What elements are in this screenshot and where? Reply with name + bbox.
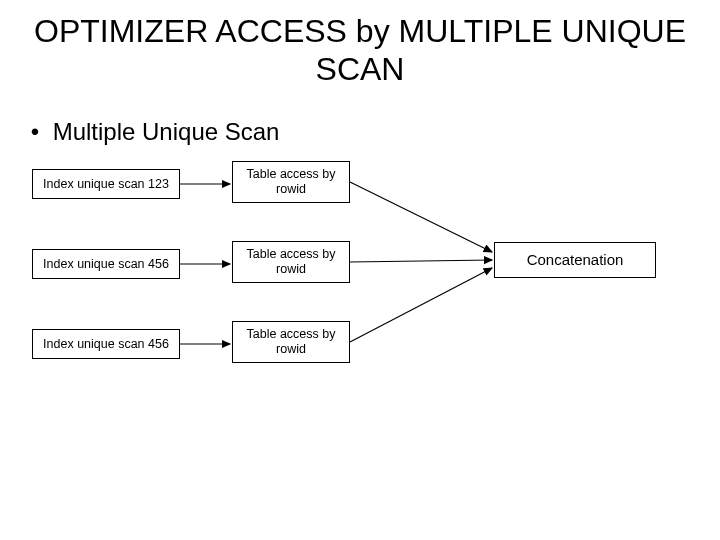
box-index-scan-1: Index unique scan 123: [32, 169, 180, 199]
arrow-icon: [350, 182, 492, 252]
box-index-scan-2: Index unique scan 456: [32, 249, 180, 279]
slide-title: OPTIMIZER ACCESS by MULTIPLE UNIQUE SCAN: [0, 12, 720, 89]
box-table-access-1: Table access by rowid: [232, 161, 350, 203]
box-index-scan-3: Index unique scan 456: [32, 329, 180, 359]
bullet-text: Multiple Unique Scan: [53, 118, 280, 145]
bullet-dot-icon: •: [24, 118, 46, 146]
box-table-access-3: Table access by rowid: [232, 321, 350, 363]
bullet-item: • Multiple Unique Scan: [24, 118, 279, 146]
box-table-access-2: Table access by rowid: [232, 241, 350, 283]
arrow-icon: [350, 268, 492, 342]
box-concatenation: Concatenation: [494, 242, 656, 278]
arrow-icon: [350, 260, 492, 262]
